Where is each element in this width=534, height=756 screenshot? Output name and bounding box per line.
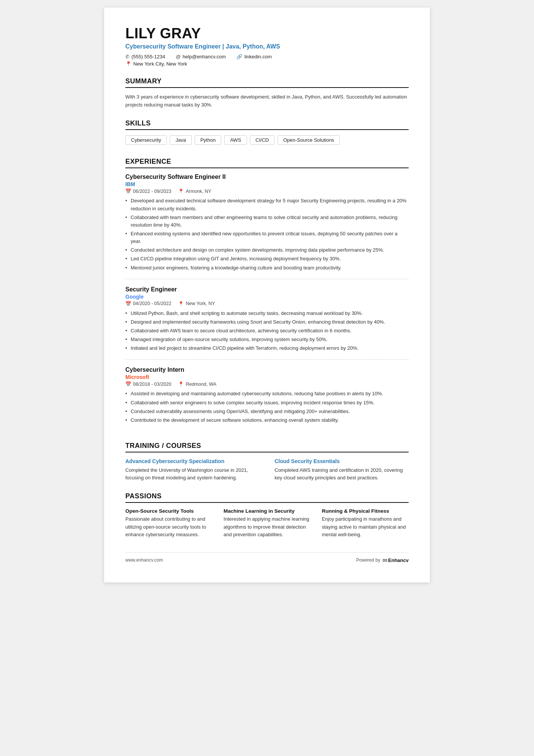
summary-text: With 3 years of experience in cybersecur… xyxy=(125,93,409,109)
candidate-name: LILY GRAY xyxy=(125,26,409,42)
bullet-item: Designed and implemented security framew… xyxy=(125,318,409,326)
job-bullets: Assisted in developing and maintaining a… xyxy=(125,390,409,424)
passion-item: Open-Source Security Tools Passionate ab… xyxy=(125,508,212,538)
calendar-icon: 📅 xyxy=(125,188,131,194)
calendar-icon: 📅 xyxy=(125,301,131,307)
resume-header: LILY GRAY Cybersecurity Software Enginee… xyxy=(125,26,409,67)
resume-footer: www.enhancv.com Powered by ∞ Enhancv xyxy=(125,552,409,564)
location-pin-icon: 📍 xyxy=(178,301,184,307)
logo-icon: ∞ xyxy=(383,556,387,564)
powered-by-text: Powered by xyxy=(356,557,380,563)
passion-title: Open-Source Security Tools xyxy=(125,508,212,514)
passions-section: PASSIONS Open-Source Security Tools Pass… xyxy=(125,492,409,538)
location-pin-icon: 📍 xyxy=(178,188,184,194)
footer-brand: Powered by ∞ Enhancv xyxy=(356,556,409,564)
bullet-item: Enhanced existing systems and identified… xyxy=(125,230,409,245)
job-dates: 📅 04/2020 - 05/2022 xyxy=(125,301,171,307)
bullet-item: Led CI/CD pipeline integration using GIT… xyxy=(125,255,409,263)
bullet-item: Assisted in developing and maintaining a… xyxy=(125,390,409,398)
phone-icon: ✆ xyxy=(125,54,130,59)
training-item-title: Cloud Security Essentials xyxy=(275,458,409,465)
phone-contact: ✆ (555) 555-1234 xyxy=(125,54,165,59)
location-pin-icon: 📍 xyxy=(178,381,184,387)
location-value: New York City, New York xyxy=(133,61,187,67)
training-grid: Advanced Cybersecurity Specialization Co… xyxy=(125,458,409,482)
job-location: 📍 Armonk, NY xyxy=(178,188,211,194)
phone-value: (555) 555-1234 xyxy=(131,54,165,59)
linkedin-value: linkedin.com xyxy=(244,54,272,59)
bullet-item: Contributed to the development of secure… xyxy=(125,416,409,424)
bullet-item: Initiated and led project to streamline … xyxy=(125,344,409,352)
job-title: Cybersecurity Intern xyxy=(125,366,409,373)
job-company: Google xyxy=(125,294,409,300)
skill-badge: AWS xyxy=(224,135,247,145)
training-item: Advanced Cybersecurity Specialization Co… xyxy=(125,458,259,482)
job-bullets: Developed and executed technical softwar… xyxy=(125,197,409,271)
job-location: 📍 New York, NY xyxy=(178,301,215,307)
location-row: 📍 New York City, New York xyxy=(125,61,409,67)
summary-section: SUMMARY With 3 years of experience in cy… xyxy=(125,77,409,109)
training-item: Cloud Security Essentials Completed AWS … xyxy=(275,458,409,482)
passion-item: Machine Learning in Security Interested … xyxy=(223,508,310,538)
passion-title: Machine Learning in Security xyxy=(223,508,310,514)
skill-badge: CI/CD xyxy=(250,135,275,145)
location-icon: 📍 xyxy=(125,61,131,67)
job-meta: 📅 06/2022 - 09/2023 📍 Armonk, NY xyxy=(125,188,409,194)
training-item-desc: Completed the University of Washington c… xyxy=(125,466,259,482)
resume-page: LILY GRAY Cybersecurity Software Enginee… xyxy=(104,8,430,582)
logo-text: Enhancv xyxy=(388,557,409,563)
bullet-item: Utilized Python, Bash, and shell scripti… xyxy=(125,310,409,317)
job-bullets: Utilized Python, Bash, and shell scripti… xyxy=(125,310,409,352)
skill-badge: Cybersecurity xyxy=(125,135,167,145)
experience-item: Cybersecurity Software Engineer II IBM 📅… xyxy=(125,174,409,279)
skill-badge: Python xyxy=(195,135,221,145)
job-location: 📍 Redmond, WA xyxy=(178,381,216,387)
skills-section: SKILLS CybersecurityJavaPythonAWSCI/CDOp… xyxy=(125,119,409,147)
bullet-item: Developed and executed technical softwar… xyxy=(125,197,409,212)
email-contact: @ help@enhancv.com xyxy=(176,54,226,59)
skill-badge: Open-Source Solutions xyxy=(278,135,340,145)
skills-title: SKILLS xyxy=(125,119,409,130)
candidate-title: Cybersecurity Software Engineer | Java, … xyxy=(125,43,409,50)
passion-desc: Passionate about contributing to and uti… xyxy=(125,515,212,538)
training-section: TRAINING / COURSES Advanced Cybersecurit… xyxy=(125,442,409,482)
linkedin-contact: 🔗 linkedin.com xyxy=(236,54,272,59)
enhancv-logo: ∞ Enhancv xyxy=(383,556,409,564)
passion-title: Running & Physical Fitness xyxy=(322,508,409,514)
summary-title: SUMMARY xyxy=(125,77,409,88)
bullet-item: Mentored junior engineers, fostering a k… xyxy=(125,264,409,272)
job-title: Cybersecurity Software Engineer II xyxy=(125,174,409,180)
job-dates: 📅 08/2018 - 03/2020 xyxy=(125,381,171,387)
email-icon: @ xyxy=(176,54,181,59)
experience-section: EXPERIENCE Cybersecurity Software Engine… xyxy=(125,158,409,431)
experience-title: EXPERIENCE xyxy=(125,158,409,168)
bullet-item: Collaborated with senior engineers to so… xyxy=(125,399,409,407)
passions-title: PASSIONS xyxy=(125,492,409,503)
bullet-item: Conducted vulnerability assessments usin… xyxy=(125,408,409,415)
link-icon: 🔗 xyxy=(236,54,242,59)
experience-item: Cybersecurity Intern Microsoft 📅 08/2018… xyxy=(125,366,409,431)
job-meta: 📅 04/2020 - 05/2022 📍 New York, NY xyxy=(125,301,409,307)
job-company: Microsoft xyxy=(125,374,409,380)
footer-url: www.enhancv.com xyxy=(125,557,163,563)
passions-grid: Open-Source Security Tools Passionate ab… xyxy=(125,508,409,538)
passion-desc: Interested in applying machine learning … xyxy=(223,515,310,538)
calendar-icon: 📅 xyxy=(125,381,131,387)
job-meta: 📅 08/2018 - 03/2020 📍 Redmond, WA xyxy=(125,381,409,387)
bullet-item: Collaborated with team members and other… xyxy=(125,214,409,229)
bullet-item: Conducted architecture and design on com… xyxy=(125,246,409,254)
passion-item: Running & Physical Fitness Enjoy partici… xyxy=(322,508,409,538)
bullet-item: Managed integration of open-source secur… xyxy=(125,336,409,343)
contact-row: ✆ (555) 555-1234 @ help@enhancv.com 🔗 li… xyxy=(125,54,409,59)
skill-badge: Java xyxy=(170,135,191,145)
job-title: Security Engineer xyxy=(125,286,409,293)
job-dates: 📅 06/2022 - 09/2023 xyxy=(125,188,171,194)
training-title: TRAINING / COURSES xyxy=(125,442,409,452)
bullet-item: Collaborated with AWS team to secure clo… xyxy=(125,327,409,335)
job-company: IBM xyxy=(125,181,409,187)
passion-desc: Enjoy participating in marathons and sta… xyxy=(322,515,409,538)
experience-item: Security Engineer Google 📅 04/2020 - 05/… xyxy=(125,286,409,360)
email-value: help@enhancv.com xyxy=(183,54,226,59)
experience-list: Cybersecurity Software Engineer II IBM 📅… xyxy=(125,174,409,431)
training-item-desc: Completed AWS training and certification… xyxy=(275,466,409,482)
